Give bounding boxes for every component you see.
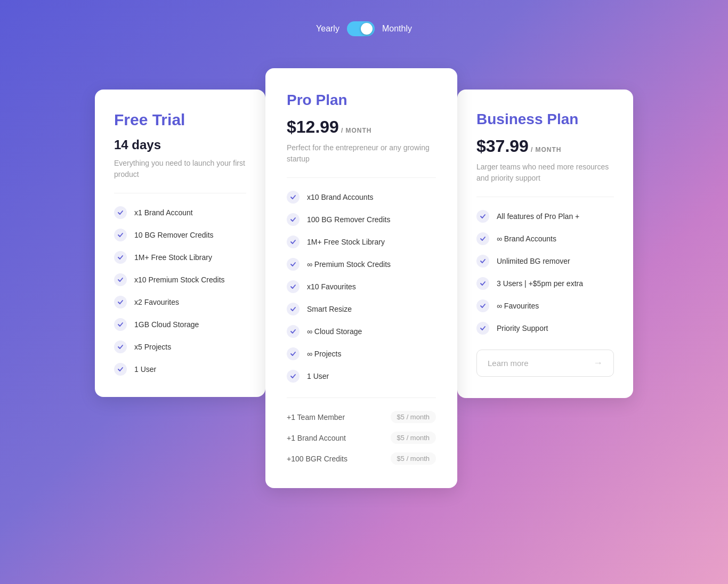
feature-text: 1M+ Free Stock Library [134, 253, 212, 262]
check-icon [287, 347, 300, 360]
feature-text: x10 Favourites [307, 282, 356, 291]
list-item: 10 BG Remover Credits [114, 229, 246, 241]
feature-text: x2 Favourites [134, 298, 179, 306]
check-icon [287, 280, 300, 293]
toggle-track [347, 21, 375, 36]
check-icon [114, 340, 127, 353]
business-plan-title: Business Plan [476, 111, 614, 128]
check-icon [476, 277, 489, 290]
list-item: ∞ Favourites [476, 299, 614, 312]
check-icon [287, 370, 300, 383]
learn-more-button[interactable]: Learn more → [476, 350, 614, 377]
pro-price-period: / MONTH [341, 127, 372, 134]
feature-text: 10 BG Remover Credits [134, 231, 214, 239]
learn-more-label: Learn more [488, 359, 529, 368]
list-item: All features of Pro Plan + [476, 210, 614, 223]
addon-price: $5 / month [391, 411, 436, 423]
pro-addons: +1 Team Member $5 / month+1 Brand Accoun… [287, 398, 436, 465]
list-item: 3 Users | +$5pm per extra [476, 277, 614, 290]
check-icon [114, 363, 127, 376]
check-icon [476, 299, 489, 312]
billing-toggle-section: Yearly Monthly [316, 21, 412, 36]
check-icon [114, 318, 127, 331]
list-item: x10 Favourites [287, 280, 436, 293]
check-icon [114, 273, 127, 286]
list-item: ∞ Cloud Storage [287, 325, 436, 338]
check-icon [287, 303, 300, 315]
addon-price: $5 / month [391, 432, 436, 444]
check-icon [476, 232, 489, 245]
feature-text: Priority Support [497, 324, 548, 332]
feature-text: 100 BG Remover Credits [307, 215, 390, 224]
yearly-label: Yearly [316, 24, 339, 34]
list-item: Priority Support [476, 322, 614, 335]
pro-plan-description: Perfect for the entrepreneur or any grow… [287, 142, 436, 165]
addon-row: +1 Brand Account $5 / month [287, 432, 436, 444]
check-icon [114, 251, 127, 264]
feature-text: ∞ Favourites [497, 302, 539, 310]
list-item: 1M+ Free Stock Library [114, 251, 246, 264]
list-item: x10 Premium Stock Credits [114, 273, 246, 286]
feature-text: 3 Users | +$5pm per extra [497, 279, 583, 288]
feature-text: ∞ Cloud Storage [307, 327, 362, 336]
list-item: ∞ Premium Stock Credits [287, 258, 436, 271]
pro-plan-title: Pro Plan [287, 92, 436, 109]
business-feature-list: All features of Pro Plan + ∞ Brand Accou… [476, 210, 614, 335]
check-icon [476, 322, 489, 335]
addon-name: +100 BGR Credits [287, 455, 347, 463]
feature-text: x5 Projects [134, 343, 171, 351]
business-plan-price: $37.99 / MONTH [476, 136, 614, 156]
check-icon [114, 229, 127, 241]
list-item: Unlimited BG remover [476, 255, 614, 267]
business-plan-card: Business Plan $37.99 / MONTH Larger team… [457, 90, 633, 398]
addon-row: +100 BGR Credits $5 / month [287, 452, 436, 465]
check-icon [114, 296, 127, 309]
list-item: 1 User [287, 370, 436, 383]
toggle-thumb [361, 23, 373, 35]
pro-divider [287, 177, 436, 178]
check-icon [287, 258, 300, 271]
billing-toggle[interactable] [347, 21, 375, 36]
free-divider [114, 193, 246, 193]
monthly-label: Monthly [382, 24, 412, 34]
feature-text: 1M+ Free Stock Library [307, 238, 385, 246]
list-item: x2 Favourites [114, 296, 246, 309]
business-price-amount: $37.99 [476, 136, 529, 156]
business-divider [476, 197, 614, 197]
free-trial-card: Free Trial 14 days Everything you need t… [95, 90, 265, 397]
check-icon [476, 255, 489, 267]
list-item: 1M+ Free Stock Library [287, 236, 436, 248]
feature-text: x1 Brand Account [134, 208, 193, 217]
addon-name: +1 Brand Account [287, 434, 346, 442]
feature-text: Unlimited BG remover [497, 257, 570, 265]
plans-container: Free Trial 14 days Everything you need t… [71, 68, 657, 488]
feature-text: x10 Brand Accounts [307, 193, 374, 201]
feature-text: All features of Pro Plan + [497, 212, 579, 221]
list-item: x10 Brand Accounts [287, 191, 436, 204]
feature-text: x10 Premium Stock Credits [134, 275, 225, 284]
addon-row: +1 Team Member $5 / month [287, 411, 436, 423]
free-plan-description: Everything you need to launch your first… [114, 158, 246, 180]
list-item: 1 User [114, 363, 246, 376]
business-plan-description: Larger teams who need more resources and… [476, 161, 614, 184]
pro-plan-price: $12.99 / MONTH [287, 117, 436, 137]
addon-price: $5 / month [391, 452, 436, 465]
feature-text: 1 User [134, 365, 156, 374]
free-feature-list: x1 Brand Account 10 BG Remover Credits 1… [114, 206, 246, 376]
free-plan-duration: 14 days [114, 137, 246, 152]
list-item: Smart Resize [287, 303, 436, 315]
list-item: ∞ Projects [287, 347, 436, 360]
check-icon [287, 191, 300, 204]
check-icon [476, 210, 489, 223]
pro-price-amount: $12.99 [287, 117, 339, 137]
feature-text: 1 User [307, 372, 329, 380]
list-item: 1GB Cloud Storage [114, 318, 246, 331]
check-icon [287, 213, 300, 226]
pro-feature-list: x10 Brand Accounts 100 BG Remover Credit… [287, 191, 436, 383]
list-item: 100 BG Remover Credits [287, 213, 436, 226]
check-icon [287, 236, 300, 248]
list-item: x5 Projects [114, 340, 246, 353]
feature-text: Smart Resize [307, 305, 352, 313]
feature-text: 1GB Cloud Storage [134, 320, 199, 329]
list-item: ∞ Brand Accounts [476, 232, 614, 245]
